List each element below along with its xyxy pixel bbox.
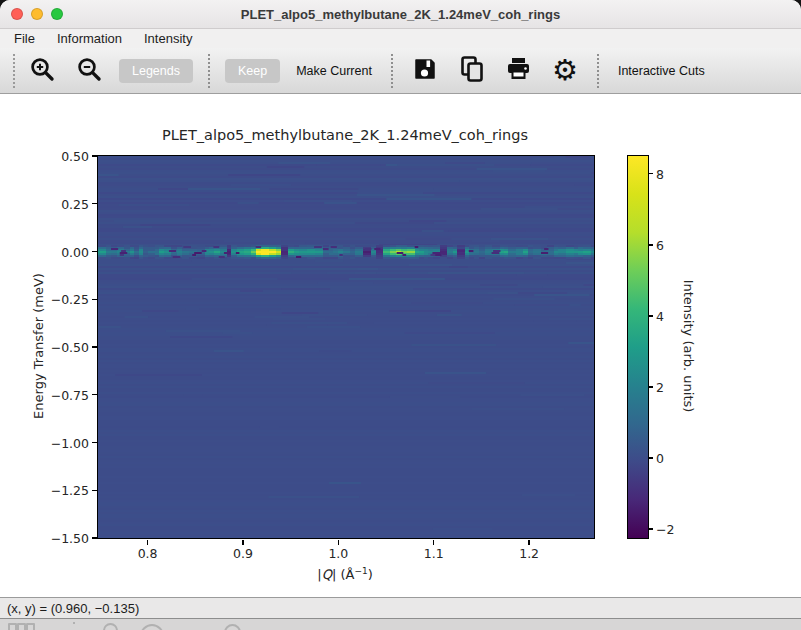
colorbar-tick-label: 0 bbox=[656, 451, 664, 466]
y-tick-label: 0.50 bbox=[61, 149, 89, 164]
x-tick-mark bbox=[528, 540, 529, 545]
settings-button[interactable]: ⚙ bbox=[542, 51, 588, 91]
y-tick-label: −0.50 bbox=[51, 340, 89, 355]
x-tick-mark bbox=[338, 540, 339, 545]
toolbar-separator bbox=[597, 54, 599, 88]
menu-intensity[interactable]: Intensity bbox=[144, 31, 192, 46]
y-tick-mark bbox=[92, 251, 97, 252]
zoom-in-icon bbox=[29, 56, 56, 86]
window-controls bbox=[11, 0, 63, 28]
y-axis-label: Energy Transfer (meV) bbox=[31, 273, 46, 419]
zoom-out-icon bbox=[76, 56, 103, 86]
x-tick-mark bbox=[147, 540, 148, 545]
ghost-icon bbox=[8, 623, 17, 630]
ghost-icon bbox=[224, 624, 241, 630]
y-tick-mark bbox=[92, 394, 97, 395]
heatmap-canvas[interactable] bbox=[98, 156, 594, 538]
y-tick-mark bbox=[92, 442, 97, 443]
y-tick-label: −1.50 bbox=[51, 531, 89, 546]
x-tick-label: 1.2 bbox=[519, 546, 539, 561]
ghost-icon bbox=[103, 623, 118, 630]
y-tick-mark bbox=[92, 346, 97, 347]
y-tick-mark bbox=[92, 490, 97, 491]
y-tick-label: −1.00 bbox=[51, 435, 89, 450]
colorbar-tick-label: 2 bbox=[656, 379, 664, 394]
save-icon bbox=[412, 56, 438, 85]
copy-icon bbox=[458, 55, 485, 86]
zoom-out-button[interactable] bbox=[66, 51, 113, 91]
ghost-icon bbox=[140, 624, 164, 630]
y-tick-mark bbox=[92, 299, 97, 300]
heatmap-plot: 0.500.250.00−0.25−0.50−0.75−1.00−1.25−1.… bbox=[97, 155, 595, 539]
y-tick-label: −1.25 bbox=[51, 483, 89, 498]
y-tick-mark bbox=[92, 537, 97, 538]
menu-file[interactable]: File bbox=[14, 31, 35, 46]
x-tick-label: 1.0 bbox=[328, 546, 348, 561]
figure-canvas-area: PLET_alpo5_methylbutane_2K_1.24meV_coh_r… bbox=[0, 94, 801, 597]
colorbar-label: Intensity (arb. units) bbox=[681, 280, 696, 413]
minimize-button[interactable] bbox=[31, 8, 43, 20]
y-tick-label: 0.00 bbox=[61, 244, 89, 259]
window-title: PLET_alpo5_methylbutane_2K_1.24meV_coh_r… bbox=[0, 7, 801, 22]
colorbar-tick-mark bbox=[648, 315, 653, 316]
y-tick-label: 0.25 bbox=[61, 196, 89, 211]
colorbar-tick-mark bbox=[648, 457, 653, 458]
colorbar-tick-mark bbox=[648, 528, 653, 529]
x-tick-label: 0.9 bbox=[233, 546, 253, 561]
toolbar: Legends Keep Make Current ⚙ Interactive … bbox=[0, 48, 801, 94]
colorbar-tick-label: 4 bbox=[656, 308, 664, 323]
colorbar-tick-label: 8 bbox=[656, 166, 664, 181]
ghost-icon bbox=[73, 622, 75, 630]
title-bar: PLET_alpo5_methylbutane_2K_1.24meV_coh_r… bbox=[0, 0, 801, 29]
make-current-button[interactable]: Make Current bbox=[286, 59, 382, 83]
fullscreen-button[interactable] bbox=[51, 8, 63, 20]
copy-button[interactable] bbox=[448, 51, 495, 91]
legends-button[interactable]: Legends bbox=[119, 59, 193, 83]
x-axis-label: |Q| (Å−1) bbox=[97, 566, 593, 582]
y-tick-mark bbox=[92, 155, 97, 156]
menu-bar: File Information Intensity bbox=[0, 29, 801, 48]
colorbar-tick-mark bbox=[648, 173, 653, 174]
x-tick-mark bbox=[433, 540, 434, 545]
status-bar: (x, y) = (0.960, −0.135) bbox=[0, 597, 801, 618]
colorbar-tick-mark bbox=[648, 244, 653, 245]
save-button[interactable] bbox=[402, 51, 448, 91]
menu-information[interactable]: Information bbox=[57, 31, 122, 46]
plot-window: PLET_alpo5_methylbutane_2K_1.24meV_coh_r… bbox=[0, 0, 801, 630]
y-tick-mark bbox=[92, 203, 97, 204]
close-button[interactable] bbox=[11, 8, 23, 20]
y-tick-label: −0.25 bbox=[51, 292, 89, 307]
ghost-icon bbox=[26, 623, 35, 630]
gear-icon: ⚙ bbox=[552, 56, 578, 85]
interactive-cuts-button[interactable]: Interactive Cuts bbox=[608, 59, 715, 83]
print-button[interactable] bbox=[495, 51, 542, 91]
plot-title: PLET_alpo5_methylbutane_2K_1.24meV_coh_r… bbox=[97, 127, 593, 143]
colorbar-tick-label: −2 bbox=[656, 522, 674, 537]
ghost-icon bbox=[17, 623, 26, 630]
cursor-coordinates: (x, y) = (0.960, −0.135) bbox=[7, 601, 139, 616]
toolbar-separator bbox=[208, 54, 210, 88]
toolbar-separator bbox=[391, 54, 393, 88]
print-icon bbox=[505, 56, 532, 85]
colorbar: 86420−2 bbox=[627, 155, 649, 539]
y-tick-label: −0.75 bbox=[51, 387, 89, 402]
keep-button[interactable]: Keep bbox=[225, 59, 280, 83]
x-tick-mark bbox=[242, 540, 243, 545]
zoom-in-button[interactable] bbox=[19, 51, 66, 91]
colorbar-tick-label: 6 bbox=[656, 237, 664, 252]
colorbar-tick-mark bbox=[648, 386, 653, 387]
toolbar-drag-handle[interactable] bbox=[13, 54, 15, 88]
background-window-edge bbox=[0, 618, 801, 630]
x-tick-label: 0.8 bbox=[138, 546, 158, 561]
x-tick-label: 1.1 bbox=[424, 546, 444, 561]
